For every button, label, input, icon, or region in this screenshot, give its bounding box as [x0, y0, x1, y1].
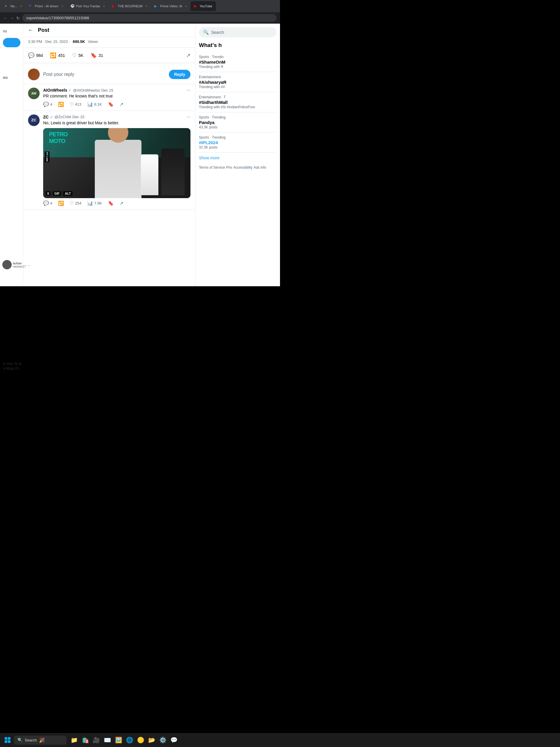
stat-bookmarks[interactable]: 🔖 31 [90, 52, 103, 59]
share-button[interactable]: ↗ [186, 52, 190, 59]
trend-topic-5: #IPL2024 [199, 140, 276, 145]
search-box-right[interactable]: 🔍 Search [199, 27, 276, 37]
reply1-views-icon: 📊 [87, 102, 93, 107]
tab-label-3: Pick Your Fantas [76, 4, 100, 8]
reply1-author-line: AIOnWheels ✓ @AIOnWheelss Dec 15 ··· [43, 87, 190, 93]
sidebar-tweet-button[interactable] [3, 38, 20, 47]
post-area: ← Post 3:30 PM · Dec 15, 2023 · 690.5K V… [23, 24, 195, 286]
reply2-like-action[interactable]: ♡ 254 [70, 201, 81, 206]
reply1-views-count: 8.1K [94, 102, 102, 106]
reply1-text: PR comment. He knows that's not true [43, 93, 190, 99]
forward-browser-btn[interactable]: → [10, 16, 14, 20]
back-browser-btn[interactable]: ← [3, 16, 7, 20]
trend-item-5[interactable]: Sports · Trending #IPL2024 32.3K posts [199, 132, 276, 153]
url-bar[interactable]: osport/status/1735600789551215088 [22, 14, 276, 22]
reply2-media[interactable]: PETROMOTO PIT LINE II [43, 128, 190, 198]
like-count: 5K [78, 53, 83, 58]
reply1-author-name: AIOnWheels [43, 88, 67, 93]
tab-close-4[interactable]: × [144, 4, 147, 8]
reply-box: Post your reply Reply [23, 65, 195, 84]
avatar-img [28, 69, 40, 80]
trend-item-2[interactable]: Entertainment · #AishwaryaR Trending wit… [199, 72, 276, 92]
footer-links: Terms of Service Priv Accessibility Ads … [199, 165, 276, 170]
alt-badge[interactable]: ALT [63, 191, 73, 196]
tab-close-5[interactable]: × [184, 4, 187, 8]
tab-label-6: YouTube [200, 4, 212, 8]
post-meta: 3:30 PM · Dec 15, 2023 · 690.5K Views [23, 37, 195, 46]
reply-input[interactable]: Post your reply [43, 72, 165, 77]
stat-comments[interactable]: 💬 984 [28, 52, 43, 59]
sidebar-more-icon[interactable]: ... [28, 263, 31, 267]
reply2-share-action[interactable]: ↗ [119, 201, 123, 206]
reply1-more-btn[interactable]: ··· [187, 87, 190, 93]
tab-favicon-5: ▶ [154, 4, 158, 8]
trend-posts-4: 43.3K posts [199, 125, 276, 129]
footer-access[interactable]: Accessibility [233, 165, 252, 170]
tab-prism[interactable]: P Prism - AI driven × [26, 1, 67, 11]
reply2-more-btn[interactable]: ··· [187, 114, 190, 120]
tab-fantasy[interactable]: ⚽ Pick Your Fantas × [67, 1, 108, 11]
trend-topic-4: Pandya [199, 120, 276, 125]
url-text: osport/status/1735600789551215088 [26, 16, 89, 20]
tab-favicon-1: × [5, 4, 9, 8]
reply1-handle: @AIOnWheelss [73, 88, 100, 93]
f1-video-scene: PETROMOTO PIT LINE II [43, 128, 190, 198]
reply2-comment-count: 4 [50, 201, 52, 205]
reply2-comment-action[interactable]: 💬 4 [43, 201, 52, 206]
bookmark-icon: 🔖 [90, 52, 97, 59]
reply2-bookmark-icon: 🔖 [108, 201, 114, 206]
media-overlay: II GIF ALT [46, 191, 73, 196]
footer-tos[interactable]: Terms of Service [199, 165, 225, 170]
reply2-bookmark-action[interactable]: 🔖 [108, 201, 114, 206]
browser-chrome: × Ne... × P Prism - AI driven × ⚽ Pick Y… [0, 0, 280, 24]
reply1-like-action[interactable]: ♡ 413 [70, 102, 81, 107]
trend-sub-3: Trending with #Si #IndianPoliceFore [199, 105, 276, 109]
reply1-share-action[interactable]: ↗ [119, 102, 123, 107]
petronas-text: PETROMOTO [49, 131, 68, 145]
post-time: 3:30 PM · Dec 15, 2023 · [28, 40, 70, 44]
tab-favicon-4: ▶ [112, 4, 116, 8]
reply2-text: No, Lewis is great driver but Max is bet… [43, 120, 190, 126]
comment-count: 984 [36, 53, 43, 58]
retweet-icon: 🔁 [50, 52, 56, 59]
trend-item-4[interactable]: Sports · Trending Pandya 43.3K posts [199, 112, 276, 132]
reply1-bookmark-action[interactable]: 🔖 [108, 102, 114, 107]
trend-topic-3: #SidharthMall [199, 100, 276, 105]
tab-close-3[interactable]: × [102, 4, 105, 8]
reply2-like-count: 254 [75, 201, 81, 205]
tab-bourne[interactable]: ▶ THE BOURNE(M × [108, 1, 151, 11]
reply2-retweet-action[interactable]: 🔁 [58, 201, 64, 206]
sidebar-username: auhan [13, 261, 26, 265]
tab-bar: × Ne... × P Prism - AI driven × ⚽ Pick Y… [0, 0, 280, 12]
trend-item-3[interactable]: Entertainment · T #SidharthMall Trending… [199, 92, 276, 112]
refresh-btn[interactable]: ↻ [16, 16, 20, 20]
footer-ads[interactable]: Ads info [254, 165, 266, 170]
reply1-like-icon: ♡ [70, 102, 74, 107]
trend-category-2: Entertainment · [199, 75, 276, 79]
tab-close-1[interactable]: × [19, 4, 22, 8]
pitlane-sign: PIT LINE [45, 151, 50, 162]
footer-priv[interactable]: Priv [226, 165, 232, 170]
reply1-body: AIOnWheels ✓ @AIOnWheelss Dec 15 ··· PR … [43, 87, 190, 107]
bottom-text: G YOU TO AV REALITY [3, 362, 277, 371]
pause-badge[interactable]: II [46, 191, 51, 196]
post-title: Post [38, 27, 49, 33]
reply1-retweet-action[interactable]: 🔁 [58, 102, 64, 107]
reply2-retweet-icon: 🔁 [58, 201, 64, 206]
reply1-like-count: 413 [75, 102, 81, 106]
show-more-trends[interactable]: Show more [199, 153, 276, 163]
tab-close-2[interactable]: × [60, 4, 63, 8]
tab-prime[interactable]: ▶ Prime Video: Al × [151, 1, 190, 11]
tab-youtube[interactable]: ▶ YouTube [190, 1, 216, 11]
tweet-reply-1: AW AIOnWheels ✓ @AIOnWheelss Dec 15 ··· … [23, 84, 195, 111]
headphones [106, 128, 130, 130]
tab-ne[interactable]: × Ne... × [1, 1, 26, 11]
back-button[interactable]: ← [28, 27, 33, 33]
stat-retweets[interactable]: 🔁 451 [50, 52, 65, 59]
reply-button[interactable]: Reply [169, 70, 190, 79]
trend-item-1[interactable]: Sports · Trendin #ShameOnM Trending with… [199, 52, 276, 72]
reply1-comment-action[interactable]: 💬 4 [43, 102, 52, 107]
sidebar-avatar [2, 260, 12, 269]
stat-likes[interactable]: ♡ 5K [72, 52, 83, 59]
reply1-share-icon: ↗ [119, 102, 123, 107]
